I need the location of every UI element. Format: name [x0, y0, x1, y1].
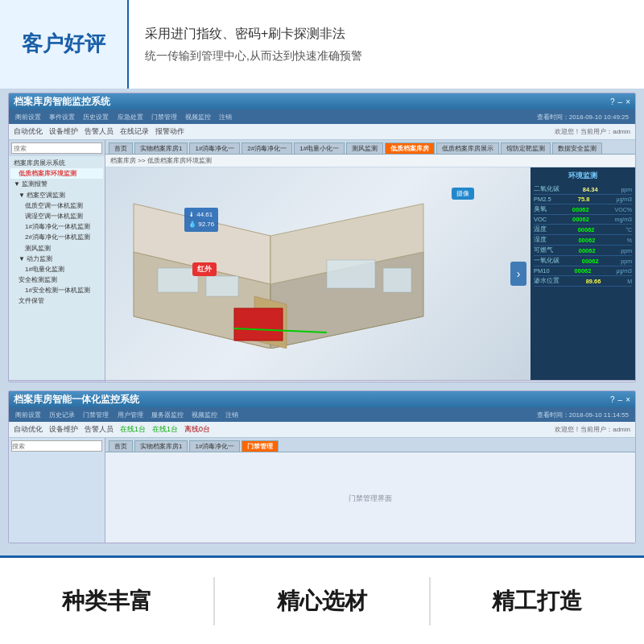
- info-bar-2: 阁前设置 历史记录 门禁管理 用户管理 服务器监控 视频监控 注销 查看时间：2…: [9, 407, 635, 422]
- nav2-users[interactable]: 用户管理: [118, 411, 143, 419]
- nav2-access[interactable]: 门禁管理: [83, 411, 109, 419]
- minimize-icon-2[interactable]: –: [618, 395, 623, 404]
- env-water-value: 89.66: [586, 278, 601, 285]
- env-voc-value: 00062: [572, 216, 589, 223]
- env-pm10-unit: μg/m3: [616, 268, 632, 274]
- tab-archive1[interactable]: 实物档案库房1: [134, 142, 188, 154]
- tab-home[interactable]: 首页: [109, 142, 133, 154]
- tree-item-lowq-ac[interactable]: 低质空调一体机监测: [10, 200, 103, 211]
- tab2-access[interactable]: 门禁管理: [242, 440, 279, 452]
- tab-lowq-active[interactable]: 低质档案库房: [385, 142, 435, 154]
- close-icon-2[interactable]: ×: [625, 395, 630, 404]
- tab-electric[interactable]: 1#电量小化一: [294, 142, 345, 154]
- window-controls-2[interactable]: ? – ×: [610, 395, 630, 404]
- toolbar2-offline: 离线0台: [184, 424, 210, 435]
- toolbar2-auto[interactable]: 自动优化: [14, 424, 43, 435]
- tree-item-files[interactable]: 文件保管: [10, 295, 103, 306]
- tab-data-security[interactable]: 数据安全监测: [552, 142, 602, 154]
- window-controls-1[interactable]: ? – ×: [610, 97, 630, 106]
- toolbar2-alarm[interactable]: 告警人员: [85, 424, 114, 435]
- env-ozone-label: 臭氧: [534, 205, 547, 213]
- tab-wind[interactable]: 测风监测: [346, 142, 383, 154]
- content-area-1: 🌡 44.61 💧 92.76 红外 摄像: [105, 167, 635, 380]
- nav-item-logout[interactable]: 注销: [219, 114, 232, 121]
- tab-disinfect1[interactable]: 1#消毒净化一: [189, 142, 240, 154]
- help-icon[interactable]: ?: [610, 97, 615, 106]
- env-pm10-value: 00062: [575, 267, 592, 275]
- tree-item-disinfect2[interactable]: 2#消毒净化一体机监测: [10, 232, 103, 242]
- nav-item-access[interactable]: 门禁管理: [151, 114, 177, 121]
- nav-item-settings[interactable]: 阁前设置: [15, 114, 41, 121]
- tree-item-ac[interactable]: ▼ 档案空调监测: [10, 190, 103, 200]
- env-co-label: 一氧化碳: [534, 257, 559, 265]
- nav-item-video[interactable]: 视频监控: [185, 114, 211, 121]
- feature-craft-text: 精工打造: [492, 586, 582, 617]
- toolbar2-device[interactable]: 设备维护: [49, 424, 78, 435]
- datetime-1: 查看时间：2018-09-10 10:49:25: [537, 113, 629, 122]
- minimize-icon[interactable]: –: [618, 97, 623, 106]
- screenshot-area: 档案库房智能监控系统 ? – × 阁前设置 事件设置 历史设置 应急处置 门禁管…: [0, 89, 644, 555]
- tree-item-wind[interactable]: 测风监测: [10, 243, 103, 254]
- env-panel: 环境监测 二氧化碳 84.34 ppm PM2.5 75.8 μg/m3: [530, 167, 635, 380]
- tab-lowq-display[interactable]: 低质档案库房展示: [436, 142, 499, 154]
- titlebar-2: 档案库房智能一体化监控系统 ? – ×: [9, 391, 635, 407]
- toolbar-device[interactable]: 设备维护: [49, 126, 78, 137]
- env-temp-label: 温度: [534, 225, 547, 233]
- env-pm10: PM10 00062 μg/m3: [534, 266, 632, 276]
- search-input-2[interactable]: [11, 440, 102, 452]
- env-water-unit: M: [627, 279, 632, 284]
- env-voc-label: VOC: [534, 216, 547, 223]
- toolbar-auto-opt[interactable]: 自动优化: [14, 126, 43, 137]
- nav2-video[interactable]: 视频监控: [192, 411, 217, 419]
- nav-item-history[interactable]: 历史设置: [83, 114, 109, 121]
- env-temp: 温度 00062 °C: [534, 225, 632, 235]
- search-input[interactable]: [11, 142, 102, 154]
- tree-item-electric[interactable]: 1#电量化监测: [10, 264, 103, 275]
- tab-museum[interactable]: 馆防定靶监测: [501, 142, 551, 154]
- tab2-home[interactable]: 首页: [109, 440, 133, 452]
- env-co2-label: 二氧化碳: [534, 185, 559, 193]
- tree-section-security[interactable]: 安全检测监测: [10, 275, 103, 285]
- sidebar-tree: 档案库房展示系统 低质档案库环境监测 ▼ 监测报警 ▼ 档案空调监测 低质空调一…: [9, 156, 105, 308]
- tab-disinfect2[interactable]: 2#消毒净化一: [242, 142, 292, 154]
- close-icon[interactable]: ×: [625, 97, 630, 106]
- tree-item-disinfect1[interactable]: 1#消毒净化一体机监测: [10, 221, 103, 232]
- tab2-archive[interactable]: 实物档案库房1: [134, 440, 188, 452]
- nav2-server[interactable]: 服务器监控: [151, 411, 184, 419]
- nav2-history[interactable]: 历史记录: [49, 411, 75, 419]
- nav-arrow-right[interactable]: ›: [510, 262, 526, 286]
- tab2-disinfect[interactable]: 1#消毒净化一: [189, 440, 240, 452]
- banner-line1: 采用进门指纹、密码+刷卡探测非法: [145, 26, 628, 43]
- tree-item-active[interactable]: 低质档案库环境监测: [10, 168, 103, 179]
- tree-item-security1[interactable]: 1#安全检测一体机监测: [10, 285, 103, 295]
- nav-item-emergency[interactable]: 应急处置: [118, 114, 143, 121]
- env-water-label: 渗水位置: [534, 277, 559, 285]
- system-title-2: 档案库房智能一体化监控系统: [14, 393, 139, 407]
- monitor-window-2: 档案库房智能一体化监控系统 ? – × 阁前设置 历史记录 门禁管理 用户管理 …: [8, 390, 636, 543]
- env-ozone-value: 00062: [572, 206, 589, 213]
- env-humid-label: 湿度: [534, 236, 547, 244]
- breadcrumb-text: 档案库房 >> 低质档案库房环境监测: [110, 156, 212, 165]
- nav-group-2: 阁前设置 历史记录 门禁管理 用户管理 服务器监控 视频监控 注销: [15, 411, 238, 419]
- nav-item-events[interactable]: 事件设置: [49, 114, 75, 121]
- env-panel-title: 环境监测: [534, 171, 632, 181]
- feature-variety-text: 种类丰富: [62, 586, 152, 617]
- tree-item-1[interactable]: 档案库房展示系统: [10, 158, 103, 168]
- monitor-main-1: 首页 实物档案库房1 1#消毒净化一 2#消毒净化一 1#电量小化一 测风监测 …: [105, 140, 635, 380]
- tree-section-alarm[interactable]: ▼ 监测报警: [10, 179, 103, 189]
- env-comb-unit: ppm: [621, 248, 632, 254]
- tree-section-power[interactable]: ▼ 动力监测: [10, 254, 103, 264]
- toolbar-online[interactable]: 在线记录: [120, 126, 149, 137]
- feature-variety: 种类丰富: [0, 586, 213, 617]
- env-humid-value: 00062: [578, 237, 595, 244]
- breadcrumb-1: 档案库房 >> 低质档案库房环境监测: [105, 155, 635, 167]
- nav2-settings[interactable]: 阁前设置: [15, 411, 41, 419]
- toolbar-action[interactable]: 报警动作: [155, 126, 184, 137]
- info-bar-1: 阁前设置 事件设置 历史设置 应急处置 门禁管理 视频监控 注销 查看时间：20…: [9, 109, 635, 124]
- tree-item-humid-ac[interactable]: 调湿空调一体机监测: [10, 211, 103, 221]
- env-co: 一氧化碳 00062 ppm: [534, 256, 632, 266]
- help-icon-2[interactable]: ?: [610, 395, 615, 404]
- toolbar-alarm[interactable]: 告警人员: [85, 126, 114, 137]
- nav2-logout[interactable]: 注销: [225, 411, 238, 419]
- temp-label: 🌡: [188, 211, 196, 218]
